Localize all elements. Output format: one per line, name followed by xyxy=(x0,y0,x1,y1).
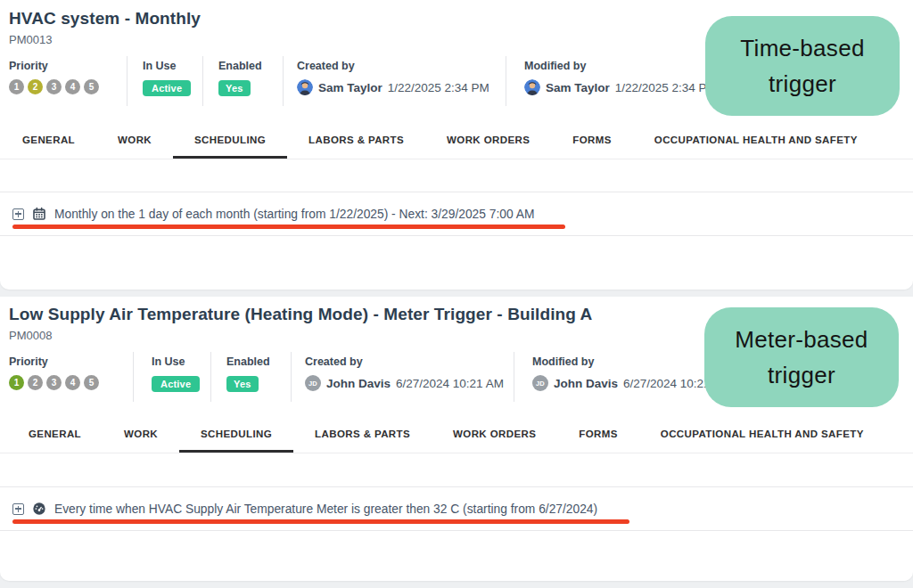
modified-by-name: Sam Taylor xyxy=(546,81,610,94)
schedule-row-meter-based[interactable]: Every time when HVAC Supply Air Temperat… xyxy=(0,486,913,531)
tab-scheduling[interactable]: SCHEDULING xyxy=(173,135,287,159)
status-badge-in-use: Active xyxy=(152,376,200,392)
red-underline-annotation xyxy=(12,519,629,524)
tab-general[interactable]: GENERAL xyxy=(29,429,81,453)
priority-badges: 1 2 3 4 5 xyxy=(9,375,133,390)
priority-badge-4[interactable]: 4 xyxy=(65,375,80,390)
priority-badge-1[interactable]: 1 xyxy=(9,79,24,94)
in-use-label: In Use xyxy=(143,60,202,72)
enabled-section: Enabled Yes xyxy=(211,352,292,402)
expand-icon[interactable] xyxy=(12,503,24,515)
tab-work[interactable]: WORK xyxy=(118,135,152,159)
meter-based-trigger-callout: Meter-based trigger xyxy=(704,307,899,407)
in-use-section: In Use Active xyxy=(134,352,211,402)
enabled-label: Enabled xyxy=(226,355,291,368)
tab-general[interactable]: GENERAL xyxy=(22,135,75,159)
status-badge-enabled: Yes xyxy=(218,80,251,96)
avatar xyxy=(524,79,540,95)
created-by-label: Created by xyxy=(297,60,506,72)
red-underline-annotation xyxy=(12,225,565,229)
in-use-section: In Use Active xyxy=(127,56,203,106)
in-use-label: In Use xyxy=(152,355,210,368)
priority-badge-3[interactable]: 3 xyxy=(46,79,62,94)
tab-bar: GENERAL WORK SCHEDULING LABORS & PARTS W… xyxy=(0,135,913,159)
created-by-name: John Davis xyxy=(326,377,391,390)
priority-badge-3[interactable]: 3 xyxy=(46,375,62,390)
tab-forms[interactable]: FORMS xyxy=(572,135,612,159)
status-badge-in-use: Active xyxy=(143,80,191,96)
avatar-initials: JD xyxy=(532,375,548,391)
schedule-description: Monthly on the 1 day of each month (star… xyxy=(54,208,534,221)
created-by-datetime: 6/27/2024 10:21 AM xyxy=(396,377,504,390)
created-by-person: Sam Taylor 1/22/2025 2:34 PM xyxy=(297,79,506,95)
gauge-icon xyxy=(32,502,46,516)
priority-badges: 1 2 3 4 5 xyxy=(9,79,127,94)
priority-badge-5[interactable]: 5 xyxy=(84,79,99,94)
modified-by-datetime: 6/27/2024 10:21 xyxy=(623,377,711,390)
enabled-label: Enabled xyxy=(218,60,283,72)
tab-scheduling[interactable]: SCHEDULING xyxy=(179,429,293,453)
expand-icon[interactable] xyxy=(12,208,24,220)
tab-labors-parts[interactable]: LABORS & PARTS xyxy=(315,429,410,453)
tab-forms[interactable]: FORMS xyxy=(579,429,618,453)
tab-labors-parts[interactable]: LABORS & PARTS xyxy=(308,135,404,159)
avatar xyxy=(297,79,313,95)
callout-line2: trigger xyxy=(769,66,836,102)
priority-badge-2[interactable]: 2 xyxy=(28,79,43,94)
enabled-section: Enabled Yes xyxy=(203,56,284,106)
priority-section: Priority 1 2 3 4 5 xyxy=(9,352,134,402)
priority-label: Priority xyxy=(9,355,133,368)
created-by-datetime: 1/22/2025 2:34 PM xyxy=(388,81,489,94)
priority-badge-2[interactable]: 2 xyxy=(28,375,43,390)
callout-line1: Time-based xyxy=(740,30,864,66)
priority-badge-4[interactable]: 4 xyxy=(65,79,80,94)
priority-badge-1[interactable]: 1 xyxy=(9,375,24,390)
created-by-person: JD John Davis 6/27/2024 10:21 AM xyxy=(305,375,514,391)
tab-ohs[interactable]: OCCUPATIONAL HEALTH AND SAFETY xyxy=(661,429,864,453)
tab-work[interactable]: WORK xyxy=(124,429,158,453)
created-by-name: Sam Taylor xyxy=(318,81,382,94)
schedule-description: Every time when HVAC Supply Air Temperat… xyxy=(54,502,597,516)
priority-badge-5[interactable]: 5 xyxy=(84,375,99,390)
schedule-row-time-based[interactable]: Monthly on the 1 day of each month (star… xyxy=(0,192,913,236)
time-based-trigger-callout: Time-based trigger xyxy=(705,16,900,116)
tab-bar: GENERAL WORK SCHEDULING LABORS & PARTS W… xyxy=(0,429,913,453)
callout-line1: Meter-based xyxy=(735,322,868,357)
calendar-icon xyxy=(32,207,46,221)
created-by-section: Created by JD John Davis 6/27/2024 10:21… xyxy=(292,352,514,402)
priority-section: Priority 1 2 3 4 5 xyxy=(9,56,127,106)
modified-by-datetime: 1/22/2025 2:34 PM xyxy=(615,81,717,94)
callout-line2: trigger xyxy=(768,357,835,393)
tab-work-orders[interactable]: WORK ORDERS xyxy=(447,135,530,159)
tab-work-orders[interactable]: WORK ORDERS xyxy=(453,429,536,453)
status-badge-enabled: Yes xyxy=(226,376,259,392)
created-by-section: Created by Sam Taylor 1/22/2025 2:34 PM xyxy=(284,56,506,106)
priority-label: Priority xyxy=(9,60,127,72)
tab-ohs[interactable]: OCCUPATIONAL HEALTH AND SAFETY xyxy=(654,135,858,159)
avatar-initials: JD xyxy=(305,375,321,391)
created-by-label: Created by xyxy=(305,355,514,368)
modified-by-name: John Davis xyxy=(554,377,618,390)
